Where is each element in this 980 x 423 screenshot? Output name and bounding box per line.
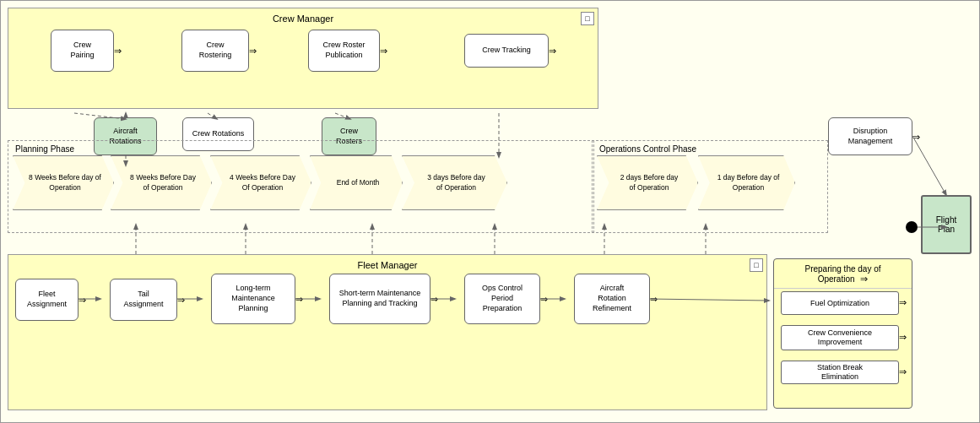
crew-manager-lane: Crew Manager □ CrewPairing ⇒ CrewRosteri… — [8, 8, 598, 109]
crew-rostering-label: CrewRostering — [199, 41, 232, 60]
crew-rostering-arrow: ⇒ — [249, 45, 257, 57]
chevron-t1: 8 Weeks Before day ofOperation — [13, 155, 114, 210]
operations-control-label: Operations Control Phase — [599, 144, 696, 154]
tail-assignment-box[interactable]: TailAssignment ⇒ — [110, 279, 177, 321]
disruption-mgmt-label: DisruptionManagement — [848, 127, 893, 146]
chevron-t6-label: 2 days Before dayof Operation — [620, 173, 679, 192]
fuel-opt-box[interactable]: Fuel Optimization ⇒ — [781, 291, 899, 315]
ops-control-period-label: Ops ControlPeriodPreparation — [482, 284, 522, 313]
long-term-maint-label: Long-termMaintenancePlanning — [231, 284, 275, 313]
crew-conv-box[interactable]: Crew ConvenienceImprovement ⇒ — [781, 325, 899, 350]
short-term-maint-label: Short-term MaintenancePlanning and Track… — [339, 289, 421, 308]
crew-pairing-box[interactable]: CrewPairing ⇒ — [51, 30, 114, 72]
crew-roster-pub-arrow: ⇒ — [380, 45, 387, 57]
crew-roster-pub-box[interactable]: Crew RosterPublication ⇒ — [308, 30, 380, 72]
minimize-button-fleet[interactable]: □ — [750, 258, 763, 272]
disruption-mgmt-arrow: ⇒ — [912, 130, 920, 142]
crew-roster-pub-label: Crew RosterPublication — [322, 41, 365, 60]
chevron-t2-label: 8 Weeks Before Dayof Operation — [130, 173, 196, 192]
preparing-day-arrow: ⇒ — [860, 274, 868, 284]
aircraft-rotation-ref-box[interactable]: AircraftRotationRefinement ⇒ — [574, 274, 650, 324]
station-break-label: Station BreakElimination — [817, 363, 863, 382]
tail-assignment-label: TailAssignment — [123, 290, 163, 309]
crew-pairing-arrow: ⇒ — [114, 45, 122, 57]
chevron-t5: 3 days Before dayof Operation — [402, 155, 507, 210]
planning-phase-label: Planning Phase — [15, 144, 74, 154]
crew-tracking-box[interactable]: Crew Tracking ⇒ — [464, 34, 549, 68]
crew-pairing-label: CrewPairing — [70, 41, 94, 60]
chevron-t3-label: 4 Weeks Before DayOf Operation — [230, 173, 295, 192]
crew-rotations-label: Crew Rotations — [192, 129, 245, 139]
crew-manager-label: Crew Manager — [273, 14, 333, 24]
crew-conv-arrow: ⇒ — [899, 332, 907, 343]
long-term-maint-arrow: ⇒ — [295, 293, 303, 305]
chevron-t7: 1 day Before day ofOperation — [698, 155, 795, 210]
chevron-t1-label: 8 Weeks Before day ofOperation — [29, 173, 101, 192]
chevron-t7-label: 1 day Before day ofOperation — [717, 173, 780, 192]
fleet-assignment-label: FleetAssignment — [27, 290, 67, 309]
long-term-maint-box[interactable]: Long-termMaintenancePlanning ⇒ — [211, 274, 295, 324]
ops-control-period-arrow: ⇒ — [540, 293, 548, 305]
fuel-opt-label: Fuel Optimization — [810, 299, 869, 308]
minimize-button-crew[interactable]: □ — [581, 12, 594, 25]
fuel-opt-arrow: ⇒ — [899, 297, 907, 308]
chevron-t4: End of Month — [310, 155, 403, 210]
svg-line-11 — [912, 136, 946, 195]
chevron-t6: 2 days Before dayof Operation — [597, 155, 698, 210]
crew-conv-label: Crew ConvenienceImprovement — [808, 328, 872, 347]
disruption-mgmt-box[interactable]: DisruptionManagement ⇒ — [828, 117, 912, 155]
merge-circle — [906, 221, 918, 233]
flight-plan-label: FlightPlan — [936, 215, 956, 234]
fleet-assignment-arrow: ⇒ — [79, 294, 86, 306]
chevron-t4-label: End of Month — [337, 178, 380, 187]
aircraft-rotation-ref-label: AircraftRotationRefinement — [593, 284, 631, 313]
short-term-maint-arrow: ⇒ — [430, 293, 438, 305]
aircraft-rotation-ref-arrow: ⇒ — [650, 293, 658, 305]
preparing-day-title: Preparing the day ofOperation ⇒ — [774, 259, 912, 289]
tail-assignment-arrow: ⇒ — [177, 294, 185, 306]
chevron-t5-label: 3 days Before dayof Operation — [427, 173, 485, 192]
flight-plan-box[interactable]: FlightPlan — [921, 195, 972, 254]
fleet-manager-lane: Fleet Manager □ FleetAssignment ⇒ TailAs… — [8, 254, 767, 410]
chevron-t3: 4 Weeks Before DayOf Operation — [210, 155, 311, 210]
short-term-maint-box[interactable]: Short-term MaintenancePlanning and Track… — [329, 274, 430, 324]
main-diagram: Crew Manager □ CrewPairing ⇒ CrewRosteri… — [0, 0, 980, 423]
fleet-manager-label: Fleet Manager — [358, 260, 418, 270]
crew-rostering-box[interactable]: CrewRostering ⇒ — [181, 30, 249, 72]
fleet-assignment-box[interactable]: FleetAssignment ⇒ — [15, 279, 79, 321]
crew-tracking-arrow: ⇒ — [549, 45, 556, 57]
chevron-t2: 8 Weeks Before Dayof Operation — [111, 155, 212, 210]
ops-control-period-box[interactable]: Ops ControlPeriodPreparation ⇒ — [464, 274, 540, 324]
station-break-box[interactable]: Station BreakElimination ⇒ — [781, 361, 899, 384]
preparing-day-box: Preparing the day ofOperation ⇒ Fuel Opt… — [773, 258, 912, 409]
station-break-arrow: ⇒ — [899, 366, 907, 377]
crew-tracking-label: Crew Tracking — [482, 46, 531, 56]
